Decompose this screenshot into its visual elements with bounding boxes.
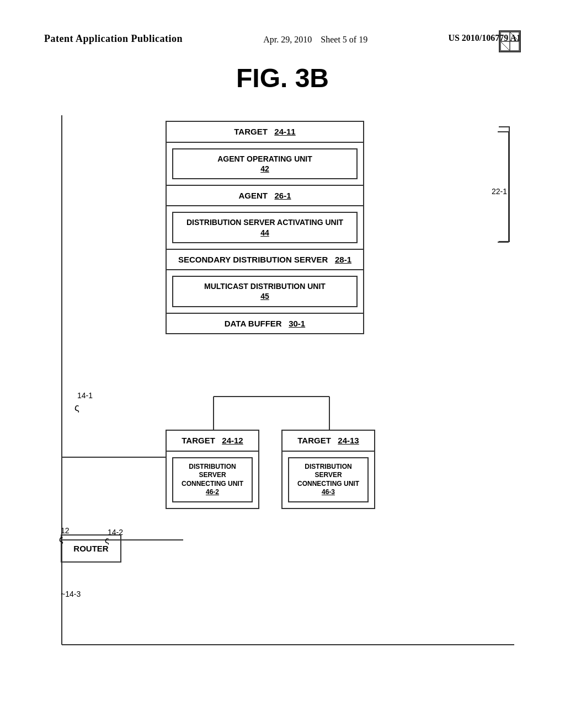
target-13-unit-box: DISTRIBUTION SERVER CONNECTING UNIT 46-3 (288, 457, 369, 502)
watermark-icon (499, 30, 521, 52)
date-sheet-label: Apr. 29, 2010 Sheet 5 of 19 (263, 33, 367, 46)
agent-operating-unit-container: AGENT OPERATING UNIT 42 (167, 143, 363, 186)
subnet2-arrow: ς (105, 536, 109, 545)
target-13-unit-container: DISTRIBUTION SERVER CONNECTING UNIT 46-3 (282, 452, 374, 508)
target-13-box: TARGET 24-13 DISTRIBUTION SERVER CONNECT… (281, 430, 375, 509)
target-12-unit-container: DISTRIBUTION SERVER CONNECTING UNIT 46-2 (167, 452, 258, 508)
target-12-header: TARGET 24-12 (167, 431, 258, 452)
sheet-label: Sheet 5 of 19 (321, 35, 367, 44)
router-number-label: 12 (61, 526, 70, 535)
router-box: ROUTER (61, 534, 121, 563)
target-12-box: TARGET 24-12 DISTRIBUTION SERVER CONNECT… (166, 430, 259, 509)
svg-line-3 (510, 32, 519, 41)
date-label: Apr. 29, 2010 (263, 35, 312, 44)
agent-operating-unit-box: AGENT OPERATING UNIT 42 (172, 148, 358, 179)
dist-server-activating-box: DISTRIBUTION SERVER ACTIVATING UNIT 44 (172, 212, 358, 243)
data-buffer-row: DATA BUFFER 30-1 (167, 314, 363, 334)
figure-title: FIG. 3B (44, 63, 521, 93)
page-header: Patent Application Publication Apr. 29, … (44, 33, 521, 46)
multicast-container: MULTICAST DISTRIBUTION UNIT 45 (167, 270, 363, 313)
network-bracket (499, 126, 510, 242)
diagram-area: TARGET 24-11 AGENT OPERATING UNIT 42 AGE… (44, 115, 521, 694)
secondary-dist-row: SECONDARY DISTRIBUTION SERVER 28-1 (167, 250, 363, 271)
subnet3-label: ~14-3 (61, 590, 81, 598)
target-main-header: TARGET 24-11 (167, 122, 363, 143)
subnet1-arrow: ς (74, 402, 79, 414)
publication-label: Patent Application Publication (44, 33, 183, 45)
subnet1-label: 14-1 (77, 391, 93, 400)
multicast-box: MULTICAST DISTRIBUTION UNIT 45 (172, 276, 358, 307)
svg-line-4 (500, 41, 510, 51)
dist-server-activating-container: DISTRIBUTION SERVER ACTIVATING UNIT 44 (167, 206, 363, 249)
target-13-header: TARGET 24-13 (282, 431, 374, 452)
page: Patent Application Publication Apr. 29, … (0, 0, 565, 728)
router-number-arrow: ς (59, 534, 63, 544)
subnet2-label: 14-2 (108, 528, 123, 537)
agent-row: AGENT 26-1 (167, 186, 363, 207)
target-main-box: TARGET 24-11 AGENT OPERATING UNIT 42 AGE… (166, 121, 364, 334)
target-12-unit-box: DISTRIBUTION SERVER CONNECTING UNIT 46-2 (172, 457, 253, 502)
